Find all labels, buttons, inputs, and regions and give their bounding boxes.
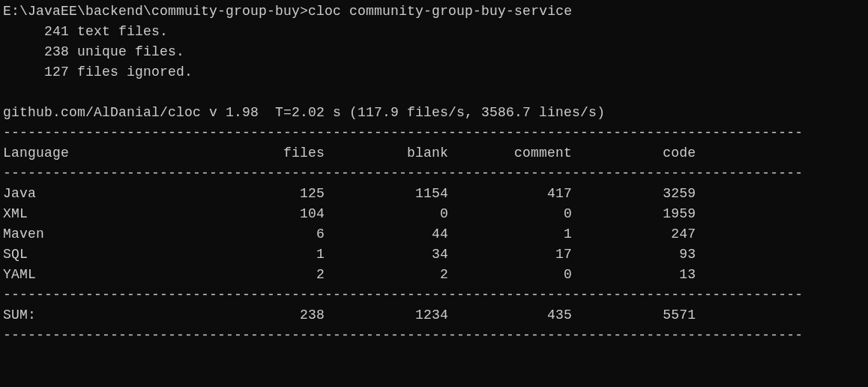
divider-line: ----------------------------------------… [3, 287, 803, 302]
divider-line: ----------------------------------------… [3, 125, 803, 140]
unique-files-line: 238 unique files. [3, 44, 184, 59]
divider-line: ----------------------------------------… [3, 328, 803, 343]
terminal-output[interactable]: E:\JavaEE\backend\commuity-group-buy>clo… [3, 2, 865, 346]
table-row: SQL 1 34 17 93 [3, 247, 696, 262]
table-row: YAML 2 2 0 13 [3, 267, 696, 282]
table-header: Language files blank comment code [3, 146, 696, 160]
text-files-line: 241 text files. [3, 24, 168, 39]
command-text: cloc community-group-buy-service [308, 4, 572, 19]
meta-line: github.com/AlDanial/cloc v 1.98 T=2.02 s… [3, 105, 605, 120]
prompt-path: E:\JavaEE\backend\commuity-group-buy> [3, 4, 308, 19]
table-row: XML 104 0 0 1959 [3, 206, 696, 221]
sum-row: SUM: 238 1234 435 5571 [3, 308, 696, 322]
table-row: Maven 6 44 1 247 [3, 226, 696, 242]
table-row: Java 125 1154 417 3259 [3, 186, 696, 201]
divider-line: ----------------------------------------… [3, 166, 803, 181]
ignored-files-line: 127 files ignored. [3, 64, 193, 80]
